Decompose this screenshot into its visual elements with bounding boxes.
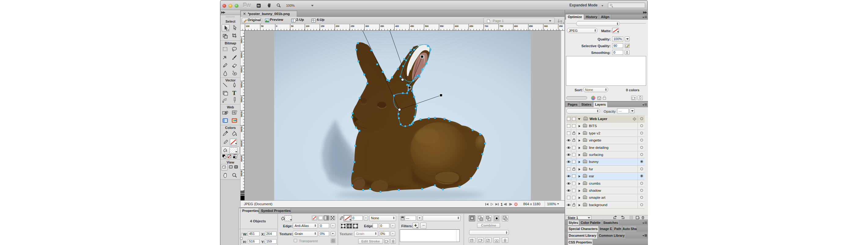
svg-text:1: 1 bbox=[501, 202, 503, 206]
svg-text:5: 5 bbox=[481, 239, 483, 241]
